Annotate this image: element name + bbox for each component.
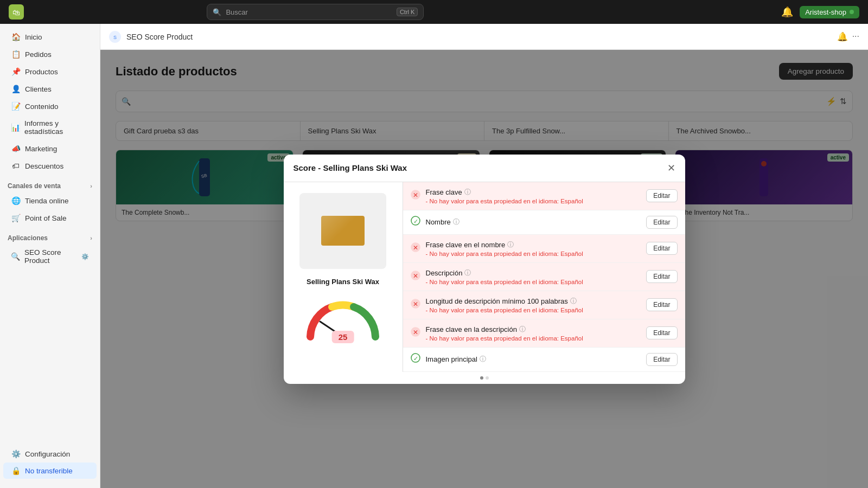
sidebar-item-contenido[interactable]: 📝 Contenido [3, 98, 97, 114]
contenido-icon: 📝 [11, 102, 21, 111]
check-subtitle-descripcion: - No hay valor para esta propiedad en el… [426, 279, 641, 285]
check-content-longitud-descripcion: Longitud de descripción mínimo 100 palab… [426, 297, 641, 313]
svg-text:🛍: 🛍 [12, 8, 20, 17]
check-title-frase-clave: Frase claveⓘ [426, 188, 641, 197]
check-content-imagen-principal: Imagen principalⓘ [426, 355, 641, 364]
user-name: Aristest-shop [805, 8, 846, 16]
marketing-icon: 📣 [11, 144, 21, 153]
app-logo: S [109, 31, 121, 43]
app-header-title: SEO Score Product [126, 33, 193, 41]
topbar-right: 🔔 Aristest-shop [781, 6, 859, 18]
sidebar-bottom: ⚙️ Configuración 🔒 No transferible [0, 441, 100, 484]
wax-product-visual [321, 216, 365, 246]
svg-text:✕: ✕ [413, 300, 418, 307]
info-icon-imagen-principal[interactable]: ⓘ [480, 355, 486, 364]
check-title-imagen-principal: Imagen principalⓘ [426, 355, 641, 364]
check-row-frase-clave: ✕Frase claveⓘ- No hay valor para esta pr… [403, 182, 685, 210]
sidebar-item-informes[interactable]: 📊 Informes y estadísticas [3, 115, 97, 139]
sidebar-item-label: Contenido [25, 102, 59, 111]
edit-button-frase-clave-descripcion[interactable]: Editar [646, 326, 677, 339]
check-icon-nombre: ✓ [411, 216, 420, 228]
bell-icon[interactable]: 🔔 [837, 31, 848, 42]
config-icon: ⚙️ [11, 450, 21, 458]
info-icon-frase-clave[interactable]: ⓘ [464, 188, 471, 197]
sidebar-item-label: Pedidos [25, 50, 52, 59]
more-icon[interactable]: ··· [852, 31, 859, 42]
modal-close-button[interactable]: ✕ [667, 162, 675, 174]
edit-button-imagen-principal[interactable]: Editar [646, 353, 677, 366]
global-search[interactable]: 🔍 Buscar Ctrl K [207, 4, 424, 20]
modal-pagination-dots [284, 372, 685, 384]
sidebar-item-inicio[interactable]: 🏠 Inicio [3, 29, 97, 45]
check-title-descripcion: Descripciónⓘ [426, 268, 641, 278]
pagination-dot-0 [480, 376, 483, 380]
edit-button-longitud-descripcion[interactable]: Editar [646, 298, 677, 311]
descuentos-icon: 🏷 [11, 162, 21, 170]
check-subtitle-frase-clave-nombre: - No hay valor para esta propiedad en el… [426, 251, 641, 257]
modal-left-panel: Selling Plans Ski Wax [284, 182, 403, 372]
sidebar-item-seo-score[interactable]: 🔍 SEO Score Product ⚙️ [3, 245, 97, 268]
svg-text:✓: ✓ [413, 355, 418, 362]
check-row-longitud-descripcion: ✕Longitud de descripción mínimo 100 pala… [403, 291, 685, 319]
seo-icon: 🔍 [11, 252, 20, 261]
info-icon-frase-clave-descripcion[interactable]: ⓘ [519, 325, 526, 334]
sidebar-item-point-of-sale[interactable]: 🛒 Point of Sale [3, 210, 97, 226]
check-icon-frase-clave-descripcion: ✕ [411, 327, 420, 339]
sidebar-item-label: Productos [25, 68, 58, 76]
online-indicator [850, 10, 854, 14]
sidebar-item-label: Informes y estadísticas [24, 119, 89, 136]
canales-section: Canales de venta › [0, 177, 100, 192]
sidebar-item-clientes[interactable]: 👤 Clientes [3, 81, 97, 97]
modal-title: Score - Selling Plans Ski Wax [293, 163, 407, 172]
apps-arrow: › [90, 235, 92, 241]
check-content-nombre: Nombreⓘ [426, 217, 641, 227]
clientes-icon: 👤 [11, 85, 21, 93]
sidebar-item-label: Point of Sale [25, 214, 67, 222]
svg-text:✓: ✓ [413, 218, 418, 224]
sidebar-item-marketing[interactable]: 📣 Marketing [3, 140, 97, 157]
sidebar-item-label: Tienda online [25, 197, 69, 205]
modal-body: Selling Plans Ski Wax [284, 182, 685, 372]
sidebar-item-label: Clientes [25, 85, 52, 93]
apps-section: Aplicaciones › [0, 229, 100, 244]
check-title-frase-clave-nombre: Frase clave en el nombreⓘ [426, 240, 641, 249]
info-icon-descripcion[interactable]: ⓘ [464, 268, 471, 278]
check-row-nombre: ✓NombreⓘEditar [403, 210, 685, 235]
user-menu[interactable]: Aristest-shop [800, 6, 859, 18]
notification-bell[interactable]: 🔔 [781, 6, 793, 18]
edit-button-descripcion[interactable]: Editar [646, 270, 677, 283]
sidebar-item-pedidos[interactable]: 📋 Pedidos [3, 46, 97, 62]
sidebar-item-configuracion[interactable]: ⚙️ Configuración [3, 446, 97, 462]
modal-overlay: Score - Selling Plans Ski Wax ✕ Selling … [100, 50, 868, 488]
sidebar-item-label: Descuentos [25, 162, 63, 170]
sidebar-item-label: Configuración [25, 450, 70, 458]
edit-button-frase-clave-nombre[interactable]: Editar [646, 242, 677, 255]
check-row-frase-clave-nombre: ✕Frase clave en el nombreⓘ- No hay valor… [403, 235, 685, 263]
info-icon-nombre[interactable]: ⓘ [453, 217, 459, 227]
search-shortcut: Ctrl K [397, 8, 418, 16]
sidebar-item-descuentos[interactable]: 🏷 Descuentos [3, 158, 97, 174]
check-subtitle-frase-clave-descripcion: - No hay valor para esta propiedad en el… [426, 335, 641, 342]
sidebar-item-label: Inicio [25, 33, 42, 41]
info-icon-longitud-descripcion[interactable]: ⓘ [570, 297, 577, 306]
search-placeholder: Buscar [226, 8, 247, 16]
info-icon-frase-clave-nombre[interactable]: ⓘ [507, 240, 514, 249]
settings-gear-icon[interactable]: ⚙️ [81, 253, 89, 260]
sidebar-item-productos[interactable]: 📌 Productos [3, 63, 97, 80]
check-row-descripcion: ✕Descripciónⓘ- No hay valor para esta pr… [403, 263, 685, 291]
edit-button-nombre[interactable]: Editar [646, 216, 677, 229]
modal-checks-panel: ✕Frase claveⓘ- No hay valor para esta pr… [403, 182, 685, 372]
page-content: Listado de productos Agregar producto 🔍 … [100, 50, 868, 488]
sidebar: 🏠 Inicio 📋 Pedidos 📌 Productos 👤 Cliente… [0, 24, 100, 488]
check-title-frase-clave-descripcion: Frase clave en la descripciónⓘ [426, 325, 641, 334]
check-content-frase-clave: Frase claveⓘ- No hay valor para esta pro… [426, 188, 641, 204]
check-row-imagen-principal: ✓Imagen principalⓘEditar [403, 348, 685, 372]
check-icon-frase-clave-nombre: ✕ [411, 242, 420, 255]
sidebar-item-tienda-online[interactable]: 🌐 Tienda online [3, 192, 97, 209]
sidebar-item-no-transferible[interactable]: 🔒 No transferible [3, 463, 97, 479]
edit-button-frase-clave[interactable]: Editar [646, 189, 677, 202]
svg-text:✕: ✕ [413, 272, 418, 279]
shopify-logo[interactable]: 🛍 [9, 4, 24, 20]
check-icon-imagen-principal: ✓ [411, 353, 420, 365]
check-content-frase-clave-nombre: Frase clave en el nombreⓘ- No hay valor … [426, 240, 641, 257]
